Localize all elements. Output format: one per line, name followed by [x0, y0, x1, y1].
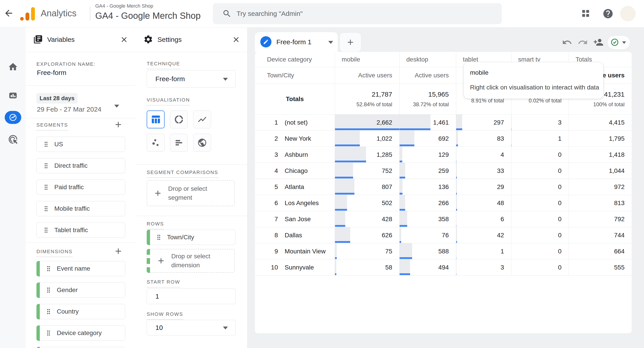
apps-grid-icon[interactable]: [580, 8, 591, 18]
value-cell[interactable]: 0: [512, 163, 569, 179]
value-cell[interactable]: 75: [335, 243, 400, 260]
breadcrumb[interactable]: GA4 - Google Merch Shop: [95, 3, 200, 9]
value-cell[interactable]: 42: [456, 227, 512, 243]
totals-cell[interactable]: 21,78752.84% of total: [335, 84, 400, 114]
row-dimension-header[interactable]: Town/City: [255, 67, 335, 84]
city-cell[interactable]: 9Mountain View: [255, 243, 335, 260]
value-cell[interactable]: 0: [512, 260, 569, 276]
row-total-cell[interactable]: 664: [569, 243, 632, 260]
city-cell[interactable]: 5Atlanta: [255, 179, 335, 195]
value-cell[interactable]: 0: [512, 227, 569, 243]
city-cell[interactable]: 3Ashburn: [255, 147, 335, 163]
viz-option-line-chart[interactable]: [193, 110, 211, 128]
value-cell[interactable]: 3: [456, 260, 512, 276]
avatar[interactable]: [620, 6, 636, 21]
value-cell[interactable]: 0: [512, 243, 569, 260]
drag-handle-icon[interactable]: [43, 184, 50, 191]
row-total-cell[interactable]: 972: [569, 179, 632, 195]
value-cell[interactable]: 0: [512, 195, 569, 211]
page-title[interactable]: GA4 - Google Merch Shop: [95, 11, 200, 21]
row-total-cell[interactable]: 744: [569, 227, 632, 243]
sidebar-item-home[interactable]: [0, 60, 26, 74]
value-cell[interactable]: 588: [400, 243, 456, 260]
dimension-chip-partial[interactable]: [36, 347, 125, 348]
row-total-cell[interactable]: 1,044: [569, 163, 632, 179]
value-cell[interactable]: 1: [456, 243, 512, 260]
value-cell[interactable]: 29: [456, 179, 512, 195]
add-segment-button[interactable]: [114, 120, 123, 129]
row-total-cell[interactable]: 813: [569, 195, 632, 211]
segment-chip[interactable]: US: [36, 137, 125, 152]
row-total-cell[interactable]: 1,418: [569, 147, 632, 163]
value-cell[interactable]: 2,662: [335, 114, 400, 130]
metric-header[interactable]: Active users: [335, 67, 400, 84]
date-range-preset[interactable]: Last 28 days: [36, 93, 78, 104]
tab-free-form-1[interactable]: Free-form 1: [255, 32, 338, 52]
start-row-input[interactable]: 1: [147, 288, 236, 304]
value-cell[interactable]: 76: [400, 227, 456, 243]
saved-status-button[interactable]: [607, 35, 630, 50]
sidebar-item-explore[interactable]: [0, 110, 26, 125]
drag-handle-icon[interactable]: [45, 286, 52, 294]
column-header[interactable]: Device category: [255, 52, 335, 67]
value-cell[interactable]: 0: [512, 179, 569, 195]
drag-handle-icon[interactable]: [43, 226, 50, 234]
segment-chip[interactable]: Tablet traffic: [36, 222, 125, 238]
value-cell[interactable]: 807: [335, 179, 400, 195]
help-icon[interactable]: [602, 8, 614, 19]
dimension-chip[interactable]: Device category: [36, 326, 125, 340]
sidebar-item-advertising[interactable]: [0, 132, 26, 147]
viz-option-geo-map[interactable]: [193, 134, 211, 152]
row-total-cell[interactable]: 555: [569, 260, 632, 276]
value-cell[interactable]: 502: [335, 195, 400, 211]
value-cell[interactable]: 358: [400, 211, 456, 227]
value-cell[interactable]: 4: [456, 147, 512, 163]
chevron-down-icon[interactable]: [328, 41, 333, 44]
dimension-drop-zone[interactable]: Drop or select dimension: [147, 249, 235, 273]
search-input[interactable]: Try searching "Admin": [213, 3, 502, 24]
value-cell[interactable]: 1,022: [335, 130, 400, 147]
value-cell[interactable]: 33: [456, 163, 512, 179]
segment-drop-zone[interactable]: Drop or select segment: [147, 180, 235, 206]
value-cell[interactable]: 1,461: [400, 114, 456, 130]
value-cell[interactable]: 259: [400, 163, 456, 179]
city-cell[interactable]: 8Dallas: [255, 227, 335, 243]
row-total-cell[interactable]: 1,795: [569, 130, 632, 147]
viz-option-scatter-plot[interactable]: [147, 134, 164, 152]
viz-option-table[interactable]: [147, 110, 164, 128]
value-cell[interactable]: 626: [335, 227, 400, 243]
sidebar-item-reports[interactable]: [0, 88, 26, 103]
value-cell[interactable]: 266: [400, 195, 456, 211]
value-cell[interactable]: 58: [335, 260, 400, 276]
value-cell[interactable]: 129: [400, 147, 456, 163]
value-cell[interactable]: 0: [512, 147, 569, 163]
row-dimension-chip[interactable]: Town/City: [147, 230, 236, 245]
row-total-cell[interactable]: 792: [569, 211, 632, 227]
add-dimension-button[interactable]: [114, 246, 123, 256]
value-cell[interactable]: 1,285: [335, 147, 400, 163]
viz-option-donut-chart[interactable]: [170, 110, 188, 128]
value-cell[interactable]: 1: [512, 130, 569, 147]
back-arrow-icon[interactable]: [4, 8, 15, 19]
drag-handle-icon[interactable]: [43, 162, 50, 170]
column-header[interactable]: mobile: [335, 52, 400, 67]
value-cell[interactable]: 83: [456, 130, 512, 147]
drag-handle-icon[interactable]: [45, 265, 52, 272]
drag-handle-icon[interactable]: [45, 329, 52, 337]
city-cell[interactable]: 1(not set): [255, 114, 335, 130]
metric-header[interactable]: Active users: [400, 67, 456, 84]
dimension-chip[interactable]: Event name: [36, 261, 125, 276]
show-rows-select[interactable]: 10: [147, 320, 236, 336]
add-tab-button[interactable]: [340, 33, 361, 52]
city-cell[interactable]: 7San Jose: [255, 211, 335, 227]
city-cell[interactable]: 6Los Angeles: [255, 195, 335, 211]
value-cell[interactable]: 494: [400, 260, 456, 276]
segment-chip[interactable]: Mobile traffic: [36, 201, 125, 216]
value-cell[interactable]: 3: [512, 114, 569, 130]
column-header[interactable]: desktop: [400, 52, 456, 67]
drag-handle-icon[interactable]: [156, 234, 162, 241]
value-cell[interactable]: 48: [456, 195, 512, 211]
drag-handle-icon[interactable]: [43, 140, 50, 148]
value-cell[interactable]: 752: [335, 163, 400, 179]
city-cell[interactable]: 10Sunnyvale: [255, 260, 335, 276]
